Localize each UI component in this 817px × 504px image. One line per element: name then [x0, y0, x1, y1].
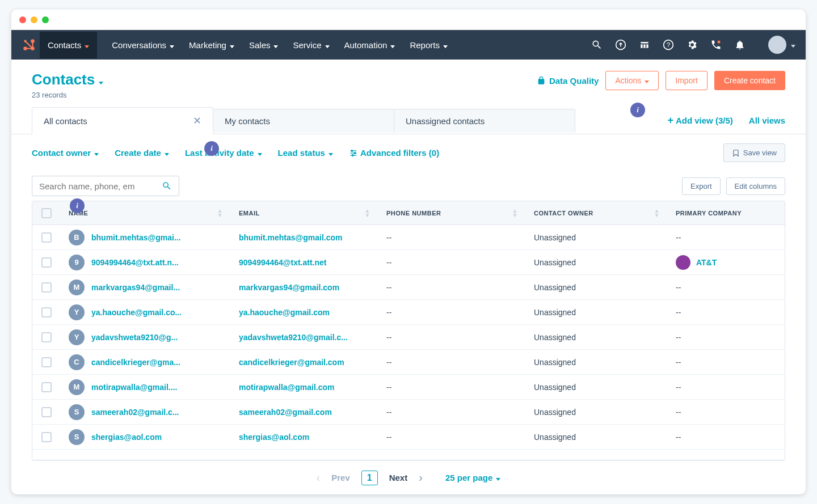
per-page-selector[interactable]: 25 per page — [445, 473, 501, 482]
nav-service[interactable]: Service — [293, 40, 329, 50]
column-email[interactable]: EMAIL▲▼ — [231, 209, 378, 218]
cell-email[interactable]: yadavshweta9210@gmail.c... — [231, 333, 378, 342]
data-quality-link[interactable]: Data Quality — [537, 76, 599, 86]
calling-icon[interactable] — [710, 39, 722, 50]
cell-name[interactable]: Sshergias@aol.com — [61, 429, 231, 445]
cell-name[interactable]: Yyadavshweta9210@g... — [61, 329, 231, 345]
tooltip-badge[interactable]: i — [204, 141, 219, 156]
cell-email[interactable]: bhumit.mehtas@gmail.com — [231, 233, 378, 242]
maximize-window-icon[interactable] — [42, 16, 49, 23]
table-row[interactable]: 99094994464@txt.att.n... 9094994464@txt.… — [32, 250, 785, 275]
nav-automation[interactable]: Automation — [344, 40, 395, 50]
save-view-button[interactable]: Save view — [723, 143, 785, 162]
create-contact-button[interactable]: Create contact — [714, 71, 785, 90]
prev-page[interactable]: Prev — [331, 473, 350, 482]
table-row[interactable]: Yyadavshweta9210@g... yadavshweta9210@gm… — [32, 325, 785, 350]
table-row[interactable]: Mmotirapwalla@gmail.... motirapwalla@gma… — [32, 375, 785, 400]
cell-email[interactable]: ya.haouche@gmail.com — [231, 308, 378, 317]
row-checkbox[interactable] — [41, 407, 52, 417]
chevron-right-icon[interactable]: › — [419, 471, 423, 484]
filter-contact-owner[interactable]: Contact owner — [32, 148, 99, 158]
cell-email[interactable]: 9094994464@txt.att.net — [231, 258, 378, 267]
row-checkbox[interactable] — [41, 232, 52, 243]
cell-name[interactable]: 99094994464@txt.att.n... — [61, 255, 231, 270]
notifications-icon[interactable] — [734, 39, 746, 50]
cell-company: -- — [668, 433, 785, 442]
column-name[interactable]: NAME▲▼ — [61, 209, 231, 218]
nav-marketing[interactable]: Marketing — [189, 40, 234, 50]
row-checkbox[interactable] — [41, 432, 52, 442]
row-checkbox[interactable] — [41, 332, 52, 342]
tab-unassigned-contacts[interactable]: Unassigned contacts — [394, 109, 575, 133]
cell-email[interactable]: motirapwalla@gmail.com — [231, 383, 378, 392]
help-icon[interactable]: ? — [663, 39, 674, 50]
hubspot-logo-icon[interactable] — [22, 37, 36, 52]
tooltip-badge[interactable]: i — [70, 198, 85, 213]
column-company[interactable]: PRIMARY COMPANY — [668, 210, 785, 217]
cell-email[interactable]: candicelkrieger@gmail.com — [231, 358, 378, 367]
page-number[interactable]: 1 — [361, 471, 378, 485]
tab-my-contacts[interactable]: My contacts — [213, 109, 394, 133]
cell-owner: Unassigned — [526, 358, 668, 367]
filter-last-activity[interactable]: Last activity date — [185, 148, 262, 158]
table-row[interactable]: Mmarkvargas94@gmail... markvargas94@gmai… — [32, 275, 785, 300]
close-window-icon[interactable] — [19, 16, 26, 23]
import-button[interactable]: Import — [666, 71, 707, 90]
filter-create-date[interactable]: Create date — [115, 148, 169, 158]
nav-contacts[interactable]: Contacts — [40, 32, 97, 58]
cell-email[interactable]: sameerah02@gmail.com — [231, 408, 378, 417]
cell-name[interactable]: Mmotirapwalla@gmail.... — [61, 379, 231, 395]
minimize-window-icon[interactable] — [31, 16, 37, 23]
table-row[interactable]: Ssameerah02@gmail.c... sameerah02@gmail.… — [32, 400, 785, 425]
add-view-button[interactable]: +Add view (3/5) — [667, 115, 732, 126]
row-checkbox[interactable] — [41, 282, 52, 293]
edit-columns-button[interactable]: Edit columns — [726, 177, 785, 195]
nav-conversations[interactable]: Conversations — [112, 40, 174, 50]
close-icon[interactable]: ✕ — [193, 115, 201, 127]
settings-icon[interactable] — [687, 39, 698, 50]
page-header: Contacts 23 records Data Quality Actions… — [11, 60, 806, 107]
marketplace-icon[interactable] — [639, 39, 650, 50]
top-navbar: Contacts Conversations Marketing Sales S… — [11, 30, 806, 60]
all-views-link[interactable]: All views — [749, 116, 785, 125]
nav-sales[interactable]: Sales — [249, 40, 279, 50]
cell-name[interactable]: Ssameerah02@gmail.c... — [61, 404, 231, 420]
cell-company: -- — [668, 233, 785, 242]
tooltip-badge[interactable]: i — [630, 103, 645, 117]
nav-reports[interactable]: Reports — [410, 40, 448, 50]
upgrade-icon[interactable] — [615, 39, 626, 50]
search-icon[interactable] — [591, 39, 603, 50]
actions-button[interactable]: Actions — [605, 71, 659, 90]
cell-name[interactable]: Mmarkvargas94@gmail... — [61, 279, 231, 295]
chevron-down-icon — [229, 40, 234, 50]
search-input[interactable] — [39, 181, 157, 191]
page-title[interactable]: Contacts — [32, 71, 103, 88]
cell-email[interactable]: shergias@aol.com — [231, 433, 378, 442]
column-owner[interactable]: CONTACT OWNER▲▼ — [526, 209, 668, 218]
filter-lead-status[interactable]: Lead status — [278, 148, 333, 158]
row-checkbox[interactable] — [41, 257, 52, 268]
table-row[interactable]: Yya.haouche@gmail.co... ya.haouche@gmail… — [32, 300, 785, 325]
export-button[interactable]: Export — [682, 177, 721, 195]
select-all-checkbox[interactable] — [41, 208, 52, 218]
table-row[interactable]: Ccandicelkrieger@gma... candicelkrieger@… — [32, 350, 785, 375]
cell-name[interactable]: Ccandicelkrieger@gma... — [61, 354, 231, 370]
table-row[interactable]: Bbhumit.mehtas@gmai... bhumit.mehtas@gma… — [32, 225, 785, 250]
column-phone[interactable]: PHONE NUMBER▲▼ — [378, 209, 526, 218]
cell-company: -- — [668, 308, 785, 317]
cell-company[interactable]: AT&T — [668, 255, 785, 270]
cell-email[interactable]: markvargas94@gmail.com — [231, 283, 378, 292]
chevron-left-icon[interactable]: ‹ — [317, 471, 321, 484]
tab-all-contacts[interactable]: All contacts✕ — [32, 107, 213, 134]
next-page[interactable]: Next — [389, 473, 408, 482]
row-checkbox[interactable] — [41, 307, 52, 317]
search-box[interactable] — [32, 176, 179, 196]
account-menu[interactable] — [768, 36, 795, 54]
cell-name[interactable]: Bbhumit.mehtas@gmai... — [61, 230, 231, 245]
table-row[interactable]: Sshergias@aol.com shergias@aol.com -- Un… — [32, 425, 785, 450]
filters-row: Contact owner Create date Last activity … — [11, 134, 806, 171]
cell-name[interactable]: Yya.haouche@gmail.co... — [61, 304, 231, 320]
advanced-filters-button[interactable]: Advanced filters (0) — [349, 148, 439, 158]
row-checkbox[interactable] — [41, 382, 52, 392]
row-checkbox[interactable] — [41, 357, 52, 367]
